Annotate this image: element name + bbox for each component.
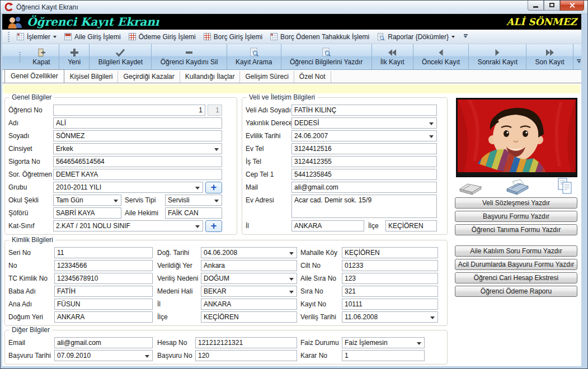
add-kat-sinif-button[interactable] — [205, 220, 222, 232]
grubu-label: Grubu — [8, 183, 27, 191]
dog-tarihi-select[interactable]: 04.06.2008 — [201, 247, 297, 258]
no-input[interactable] — [54, 260, 153, 271]
son-kayit-button[interactable]: Son Kayıt — [526, 44, 573, 69]
minimize-button[interactable] — [528, 0, 544, 11]
copy-documents-icon[interactable] — [556, 177, 574, 195]
tab-gelisim-sureci[interactable]: Gelişim Süreci — [240, 71, 294, 83]
basvuru-tarihi-select[interactable]: 07.09.2010 — [54, 350, 153, 361]
menubar-grip[interactable] — [8, 32, 10, 42]
yakinlik-select[interactable]: DEDESİ — [291, 117, 437, 129]
menubar-overflow-button[interactable] — [462, 32, 469, 42]
basvuru-no-input[interactable] — [195, 350, 297, 361]
menu-aile-giris[interactable]: Aile Giriş İşlemi — [60, 31, 125, 42]
medeni-hali-select[interactable]: BEKAR — [201, 286, 297, 297]
soyadi-input[interactable] — [53, 130, 222, 141]
ev-adresi-textarea[interactable]: Acar cad. Demir sok. 15/9 — [291, 195, 437, 218]
menu-borc-odenen-tahakkuk[interactable]: Borç Ödenen Tahakkuk İşlemi — [266, 31, 373, 42]
close-button[interactable] — [560, 0, 584, 11]
is-tel-label: İş Tel — [246, 158, 261, 165]
aile-katilim-soru-formu-yazdir-button[interactable]: Aile Katılım Soru Formu Yazdır — [455, 245, 577, 257]
veli-sozlesmesi-yazdir-button[interactable]: Veli Sözleşmesi Yazdır — [455, 197, 577, 209]
dog-tarihi-label: Doğ. Tarihi — [157, 249, 189, 257]
basvuru-formu-yazdir-button[interactable]: Başvuru Formu Yazdır — [455, 211, 577, 222]
tab-content: Genel Bilgiler Öğrenci No Adı Soyadı Cin… — [2, 83, 581, 366]
menu-odeme-giris[interactable]: Ödeme Giriş İşlemi — [125, 31, 200, 42]
baba-adi-input[interactable] — [54, 286, 153, 297]
seri-no-input[interactable] — [54, 247, 153, 258]
kayit-no-input[interactable] — [342, 299, 438, 310]
kapat-button[interactable]: Kapat — [24, 44, 59, 69]
tab-kullandigi-ilaclar[interactable]: Kullandığı İlaçlar — [180, 71, 241, 83]
basvuru-tarihi-label: Başvuru Tarihi — [8, 352, 51, 359]
aile-hekimi-input[interactable] — [165, 207, 222, 219]
maximize-button[interactable] — [544, 0, 560, 11]
sira-no-input[interactable] — [342, 286, 438, 297]
toolbar-grip[interactable] — [19, 52, 21, 62]
ogrenci-kaydini-sil-button[interactable]: Öğrenci Kaydını Sil — [152, 44, 227, 69]
tc-kimlik-no-input[interactable] — [54, 273, 153, 284]
sigorta-no-input[interactable] — [53, 156, 222, 167]
yeni-button[interactable]: Yeni — [59, 44, 90, 69]
mail-input[interactable] — [291, 182, 437, 193]
menu-raporlar[interactable]: Raporlar {Dökümler} — [373, 31, 459, 42]
menu-islemler[interactable]: İşlemler — [13, 31, 60, 42]
veli-adi-input[interactable] — [291, 105, 437, 116]
acil-durumlarda-basvuru-formu-yazdir-button[interactable]: Acil Durumlarda Başvuru Formu Yazdır — [455, 259, 577, 270]
cilt-no-input[interactable] — [342, 260, 438, 271]
verilis-tarihi-select[interactable]: 11.06.2008 — [342, 311, 438, 323]
menu-borc-giris[interactable]: Borç Giriş İşlemi — [200, 31, 266, 42]
add-grubu-button[interactable] — [205, 182, 222, 193]
mahalle-koy-input[interactable] — [342, 247, 438, 258]
kimlik-il-input[interactable] — [201, 299, 297, 310]
faiz-durumu-label: Faiz Durumu — [300, 339, 339, 347]
cinsiyet-select[interactable]: Erkek — [53, 143, 222, 154]
ogrenci-bilgilerini-yazdir-button[interactable]: Öğrenci Bilgilerini Yazdır — [281, 44, 372, 69]
tab-genel-ozellikler[interactable]: Genel Özellikler — [4, 69, 64, 83]
il-input[interactable] — [291, 220, 364, 231]
is-tel-input[interactable] — [291, 156, 437, 167]
servis-tipi-select[interactable]: Servisli — [165, 195, 222, 206]
tab-gecirdigi-kazalar[interactable]: Geçirdiği Kazalar — [118, 71, 180, 83]
cep-tel-input[interactable] — [291, 169, 437, 180]
ogrenci-no-input[interactable] — [53, 105, 205, 116]
ilce-input[interactable] — [385, 220, 437, 231]
faiz-durumu-select[interactable]: Faiz İşlemesin — [342, 337, 425, 348]
onceki-kayit-button[interactable]: Önceki Kayıt — [413, 44, 469, 69]
scan-printer-icon[interactable] — [505, 178, 530, 195]
evlilik-tarihi-select[interactable]: 24.06.2007 — [291, 130, 437, 141]
sor-ogretmen-input[interactable] — [53, 169, 222, 180]
bilgileri-kaydet-button[interactable]: Bilgileri Kaydet — [90, 44, 152, 69]
kayit-arama-button[interactable]: Kayıt Arama — [227, 44, 281, 69]
email-input[interactable] — [54, 337, 153, 348]
veli-adi-label: Veli Adı Soyadı — [246, 106, 291, 114]
sonraki-kayit-button[interactable]: Sonraki Kayıt — [469, 44, 526, 69]
ogrenci-tanima-formu-yazdir-button[interactable]: Öğrenci Tanıma Formu Yazdır — [455, 224, 577, 235]
karar-no-input[interactable] — [342, 350, 425, 361]
basvuru-tarihi-value: 07.09.2010 — [57, 352, 91, 359]
toolbar-button-label: Öğrenci Kaydını Sil — [161, 58, 218, 66]
tab-kisisel-bilgileri[interactable]: Kişisel Bilgileri — [65, 71, 119, 83]
tab-ozel-not[interactable]: Özel Not — [294, 71, 331, 83]
toolbar-button-label: Son Kayıt — [535, 58, 565, 66]
menu-item-label: Raporlar {Dökümler} — [388, 33, 449, 41]
ilk-kayit-button[interactable]: İlk Kayıt — [372, 44, 413, 69]
adi-input[interactable] — [53, 117, 222, 129]
ogrenci-cari-hesap-ekstresi-button[interactable]: Öğrenci Cari Hesap Ekstresi — [455, 272, 577, 283]
servis-tipi-value: Servisli — [168, 196, 190, 204]
dogum-yeri-input[interactable] — [54, 311, 153, 323]
kimlik-ilce-input[interactable] — [201, 311, 297, 323]
ana-adi-input[interactable] — [54, 299, 153, 310]
scanner-icon[interactable] — [459, 181, 482, 195]
ev-tel-input[interactable] — [291, 143, 437, 154]
okul-sekli-select[interactable]: Tam Gün — [53, 195, 121, 206]
aile-sira-no-input[interactable] — [342, 273, 438, 284]
toolbar-overflow-button[interactable] — [573, 44, 581, 69]
soforu-input[interactable] — [53, 207, 121, 219]
verildigi-yer-input[interactable] — [201, 260, 297, 271]
verilis-nedeni-select[interactable]: DOĞUM — [201, 273, 297, 284]
ogrenci-odeme-raporu-button[interactable]: Öğrenci Ödeme Raporu — [455, 286, 577, 297]
hesap-no-input[interactable] — [195, 337, 297, 348]
grubu-select[interactable]: 2010-2011 YILI — [53, 182, 203, 193]
toolbar-button-label: Bilgileri Kaydet — [98, 58, 143, 66]
kat-sinif-select[interactable]: 2.KAT / 201 NOLU SINIF — [53, 220, 203, 231]
